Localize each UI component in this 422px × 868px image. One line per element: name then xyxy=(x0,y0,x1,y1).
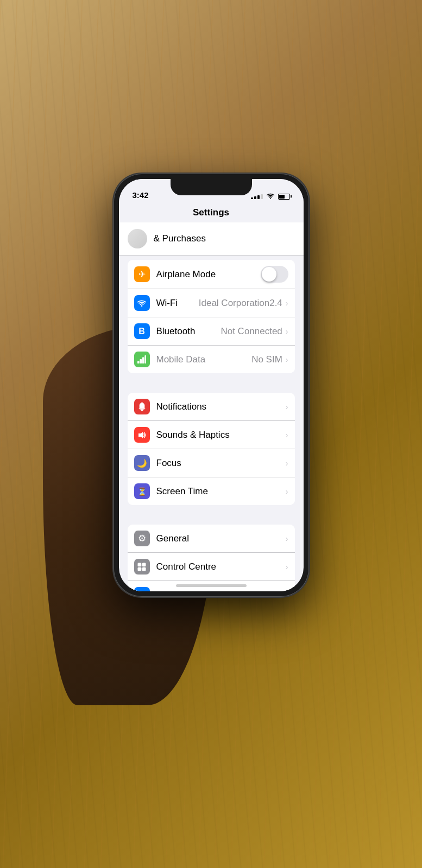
sounds-haptics-row[interactable]: Sounds & Haptics › xyxy=(128,421,295,449)
profile-avatar xyxy=(128,229,147,248)
control-centre-label: Control Centre xyxy=(156,561,285,572)
connectivity-group: ✈ Airplane Mode xyxy=(128,260,295,373)
svg-marker-8 xyxy=(138,432,143,438)
settings-content: Settings & Purchases ✈ xyxy=(119,203,304,591)
purchases-row[interactable]: & Purchases xyxy=(119,222,304,256)
wifi-chevron-icon: › xyxy=(286,299,288,308)
sounds-haptics-label: Sounds & Haptics xyxy=(156,430,285,441)
airplane-icon: ✈ xyxy=(138,269,146,279)
svg-rect-11 xyxy=(138,567,142,571)
svg-rect-1 xyxy=(137,361,140,363)
airplane-mode-row[interactable]: ✈ Airplane Mode xyxy=(128,260,295,289)
bluetooth-value: Not Connected xyxy=(221,326,282,337)
status-icons xyxy=(251,193,293,200)
svg-rect-2 xyxy=(140,359,142,363)
notifications-row[interactable]: Notifications › xyxy=(128,393,295,421)
svg-rect-9 xyxy=(138,563,142,566)
bluetooth-chevron-icon: › xyxy=(286,327,288,336)
signal-svg-icon xyxy=(137,355,147,364)
control-centre-chevron-icon: › xyxy=(286,563,288,571)
notifications-icon xyxy=(134,399,150,414)
airplane-mode-toggle[interactable] xyxy=(261,266,288,283)
purchases-label: & Purchases xyxy=(154,233,206,244)
bluetooth-symbol: B xyxy=(138,327,145,336)
mobile-data-chevron-icon: › xyxy=(286,355,288,364)
general-group: ⚙ General › xyxy=(128,525,295,591)
sounds-haptics-icon xyxy=(134,427,150,443)
sound-svg-icon xyxy=(137,430,147,440)
gear-symbol: ⚙ xyxy=(138,533,146,544)
signal-bar-1 xyxy=(251,197,253,199)
signal-bar-2 xyxy=(254,196,256,199)
airplane-mode-icon: ✈ xyxy=(134,266,150,282)
svg-rect-7 xyxy=(141,402,142,403)
page-title: Settings xyxy=(193,207,229,218)
wifi-status-icon xyxy=(266,193,275,200)
settings-header: Settings xyxy=(119,203,304,222)
battery-fill xyxy=(279,195,285,199)
wifi-row[interactable]: Wi-Fi Ideal Corporation2.4 › xyxy=(128,289,295,317)
control-centre-icon xyxy=(134,559,150,575)
home-indicator xyxy=(176,584,247,587)
svg-rect-4 xyxy=(144,355,146,363)
display-brightness-icon: AA xyxy=(134,587,150,591)
sounds-haptics-chevron-icon: › xyxy=(286,431,288,439)
notifications-section: Notifications › xyxy=(119,393,304,505)
wifi-svg-icon xyxy=(137,299,147,307)
svg-point-6 xyxy=(141,409,142,411)
notifications-chevron-icon: › xyxy=(286,403,288,411)
focus-icon: 🌙 xyxy=(134,455,150,471)
toggle-knob xyxy=(262,267,276,282)
bluetooth-label: Bluetooth xyxy=(156,326,221,337)
notifications-label: Notifications xyxy=(156,401,285,412)
signal-bar-3 xyxy=(257,195,260,199)
signal-bars-icon xyxy=(251,194,263,199)
battery-icon xyxy=(278,194,290,200)
general-icon: ⚙ xyxy=(134,531,150,546)
focus-label: Focus xyxy=(156,458,285,469)
svg-rect-5 xyxy=(140,409,144,409)
airplane-mode-label: Airplane Mode xyxy=(156,269,261,280)
screen-time-label: Screen Time xyxy=(156,486,285,497)
bluetooth-icon: B xyxy=(134,323,150,339)
screen-time-icon: ⏳ xyxy=(134,483,150,499)
display-brightness-chevron-icon: › xyxy=(286,591,288,592)
general-row[interactable]: ⚙ General › xyxy=(128,525,295,553)
connectivity-section: ✈ Airplane Mode xyxy=(119,260,304,373)
svg-rect-12 xyxy=(142,567,146,571)
focus-chevron-icon: › xyxy=(286,459,288,468)
control-centre-row[interactable]: Control Centre › xyxy=(128,553,295,581)
bell-svg-icon xyxy=(137,402,147,412)
wifi-label: Wi-Fi xyxy=(156,298,199,309)
status-time: 3:42 xyxy=(130,190,149,200)
svg-rect-10 xyxy=(142,563,146,566)
general-chevron-icon: › xyxy=(286,534,288,543)
display-brightness-label: Display & Brightness xyxy=(156,590,285,592)
notifications-group: Notifications › xyxy=(128,393,295,505)
bluetooth-row[interactable]: B Bluetooth Not Connected › xyxy=(128,317,295,346)
phone-screen: 3:42 xyxy=(119,179,304,591)
screen-time-row[interactable]: ⏳ Screen Time › xyxy=(128,477,295,505)
wifi-icon xyxy=(134,295,150,311)
mobile-data-label: Mobile Data xyxy=(156,354,252,365)
focus-row[interactable]: 🌙 Focus › xyxy=(128,449,295,477)
general-label: General xyxy=(156,533,285,544)
notch xyxy=(171,179,252,195)
phone-wrapper: 3:42 xyxy=(97,174,325,662)
general-section: ⚙ General › xyxy=(119,525,304,591)
mobile-data-value: No SIM xyxy=(251,354,282,365)
moon-symbol: 🌙 xyxy=(137,458,147,468)
wifi-value: Ideal Corporation2.4 xyxy=(199,298,282,309)
mobile-data-row[interactable]: Mobile Data No SIM › xyxy=(128,346,295,373)
signal-bar-4 xyxy=(261,194,263,199)
svg-point-0 xyxy=(141,305,143,307)
control-centre-svg-icon xyxy=(137,562,147,572)
mobile-data-icon xyxy=(134,352,150,367)
hourglass-symbol: ⏳ xyxy=(137,487,147,496)
svg-rect-3 xyxy=(142,357,144,363)
phone-frame: 3:42 xyxy=(114,174,309,597)
screen-time-chevron-icon: › xyxy=(286,487,288,496)
